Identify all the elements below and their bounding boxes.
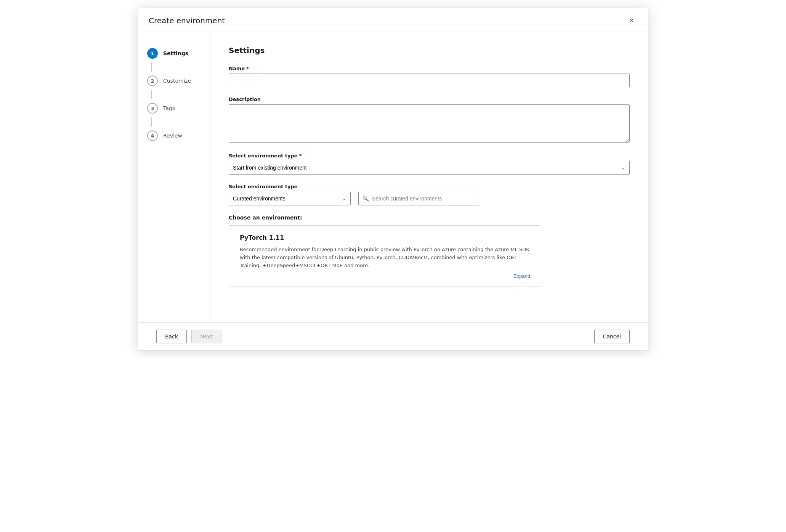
description-label: Description [229, 96, 630, 102]
env-card-title: PyTorch 1.11 [240, 234, 530, 241]
step-circle-1: 1 [147, 48, 158, 59]
env-type-select-wrapper: Start from existing environment Create n… [229, 161, 630, 175]
step-item-review[interactable]: 4 Review [146, 127, 202, 145]
step-label-review: Review [163, 133, 182, 139]
description-field-group: Description [229, 96, 630, 144]
footer-right: Cancel [594, 330, 630, 343]
step-label-customize: Customize [163, 78, 191, 84]
step-circle-4: 4 [147, 130, 158, 141]
search-curated-input[interactable] [372, 195, 476, 202]
close-icon: ✕ [629, 16, 634, 25]
dialog-header: Create environment ✕ [138, 8, 648, 32]
step-label-settings: Settings [163, 50, 188, 56]
cancel-button[interactable]: Cancel [594, 330, 630, 343]
search-icon: 🔍 [363, 195, 369, 202]
second-env-type-field-group: Select environment type Curated environm… [229, 184, 630, 205]
env-type-row: Curated environments Custom environments… [229, 192, 630, 205]
step-item-tags[interactable]: 3 Tags [146, 99, 202, 117]
step-circle-3: 3 [147, 103, 158, 114]
step-circle-2: 2 [147, 75, 158, 86]
env-type-field-group: Select environment type * Start from exi… [229, 153, 630, 175]
curated-env-select-wrapper: Curated environments Custom environments… [229, 192, 351, 205]
main-content: Settings Name * Description Select env [210, 32, 648, 322]
description-input[interactable] [229, 104, 630, 143]
env-type-required-star: * [299, 153, 302, 159]
choose-env-group: Choose an environment: PyTorch 1.11 Reco… [229, 215, 630, 287]
env-type-select[interactable]: Start from existing environment Create n… [229, 161, 630, 175]
env-type-label: Select environment type * [229, 153, 630, 159]
dialog-body: 1 Settings 2 Customize 3 Tags [138, 32, 648, 322]
env-card-description: Recommended environment for Deep Learnin… [240, 246, 530, 269]
step-connector-1 [151, 62, 152, 72]
step-item-settings[interactable]: 1 Settings [146, 44, 202, 62]
curated-env-select[interactable]: Curated environments Custom environments [229, 192, 351, 205]
create-environment-dialog: Create environment ✕ 1 Settings 2 Custom… [138, 8, 648, 351]
close-button[interactable]: ✕ [626, 15, 637, 26]
back-button[interactable]: Back [156, 330, 187, 343]
name-required-star: * [246, 66, 249, 71]
steps-sidebar: 1 Settings 2 Customize 3 Tags [138, 32, 210, 322]
step-connector-3 [151, 117, 152, 127]
expand-button[interactable]: Expand [513, 273, 530, 279]
second-env-type-label: Select environment type [229, 184, 630, 189]
section-title: Settings [229, 46, 630, 55]
step-label-tags: Tags [163, 105, 175, 111]
name-label: Name * [229, 66, 630, 71]
choose-label: Choose an environment: [229, 215, 630, 221]
env-card: PyTorch 1.11 Recommended environment for… [229, 225, 541, 287]
name-input[interactable] [229, 74, 630, 87]
search-box: 🔍 [358, 192, 480, 205]
dialog-footer: Back Next Cancel [138, 322, 648, 350]
step-connector-2 [151, 90, 152, 99]
step-item-customize[interactable]: 2 Customize [146, 72, 202, 90]
next-button: Next [191, 330, 221, 343]
dialog-title: Create environment [149, 16, 225, 25]
env-card-expand-row: Expand [240, 273, 530, 279]
name-field-group: Name * [229, 66, 630, 87]
